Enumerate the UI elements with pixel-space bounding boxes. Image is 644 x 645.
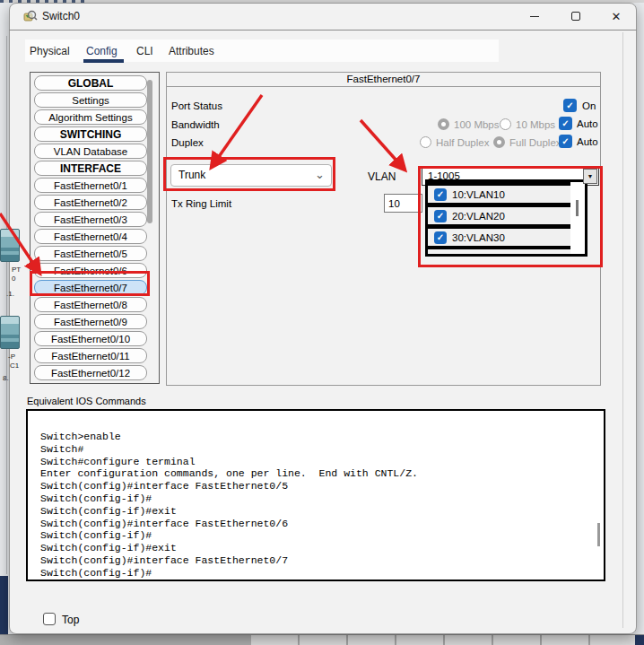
sidebar-item-fa0-4[interactable]: FastEthernet0/4 <box>34 229 147 244</box>
sidebar-scrollbar[interactable] <box>147 80 152 223</box>
top-checkbox[interactable] <box>43 613 56 625</box>
terminal-line: Switch(config-if)# <box>40 492 595 505</box>
port-status-label: Port Status <box>171 100 222 111</box>
sidebar-item-fa0-9[interactable]: FastEthernet0/9 <box>34 314 147 329</box>
background-taskbar-cells <box>251 635 635 645</box>
tx-ring-limit-label: Tx Ring Limit <box>171 198 231 209</box>
terminal-line: Switch(config)#interface FastEthernet0/5 <box>40 480 595 492</box>
bandwidth-label: Bandwidth <box>171 119 220 130</box>
tab-cli[interactable]: CLI <box>136 45 153 57</box>
terminal-line: Switch(config-if)# <box>40 529 595 542</box>
annotation-rect-fa0-7 <box>30 271 150 296</box>
terminal-line: Switch(config-if)# <box>40 567 595 580</box>
terminal-line: Switch(config)#interface FastEthernet0/7 <box>40 554 595 567</box>
bandwidth-auto-checkbox[interactable]: ✓ <box>559 117 572 130</box>
close-button[interactable]: ✕ <box>603 4 630 28</box>
bandwidth-auto-label: Auto <box>577 118 598 129</box>
tab-config[interactable]: Config <box>86 45 117 57</box>
duplex-auto-label: Auto <box>577 136 598 147</box>
port-status-on-checkbox[interactable]: ✓ <box>563 99 577 112</box>
sidebar-item-fa0-2[interactable]: FastEthernet0/2 <box>34 195 147 210</box>
ios-commands-terminal[interactable]: Switch>enable Switch# Switch#configure t… <box>26 409 605 581</box>
maximize-button[interactable] <box>562 4 589 28</box>
sidebar-item-vlan-database[interactable]: VLAN Database <box>34 144 147 159</box>
sidebar-item-fa0-1[interactable]: FastEthernet0/1 <box>34 178 147 193</box>
config-content-scrollbar[interactable] <box>622 32 623 628</box>
sidebar-item-global[interactable]: GLOBAL <box>34 75 147 91</box>
panel-header: FastEthernet0/7 <box>166 72 601 87</box>
active-tab-underline <box>83 59 124 63</box>
duplex-full-radio[interactable] <box>493 136 505 148</box>
background-device-label: 0 <box>12 275 15 283</box>
background-device-label: .1. <box>6 291 14 298</box>
sidebar-item-settings[interactable]: Settings <box>34 92 147 108</box>
annotation-rect-vlan <box>418 166 603 267</box>
close-icon: ✕ <box>612 11 622 22</box>
background-device-label: 8. <box>3 375 9 382</box>
terminal-line: Switch#configure terminal <box>40 456 595 468</box>
terminal-line: Switch(config-if)#exit <box>40 505 595 518</box>
bandwidth-10mbps-label: 10 Mbps <box>516 119 555 130</box>
window-title: Switch0 <box>42 10 80 22</box>
minimize-icon <box>530 16 539 17</box>
minimize-button[interactable] <box>521 4 548 28</box>
duplex-full-label: Full Duplex <box>509 137 561 148</box>
background-left-line <box>6 36 7 574</box>
top-checkbox-label: Top <box>62 614 79 626</box>
background-switch-icon <box>0 316 20 349</box>
background-device-label: PT <box>12 266 21 274</box>
terminal-line: Switch# <box>40 443 595 456</box>
terminal-line: Switch>enable <box>40 431 595 443</box>
background-taskbar-corner <box>635 635 644 645</box>
background-device-label: -P <box>8 353 15 361</box>
sidebar-item-fa0-10[interactable]: FastEthernet0/10 <box>34 331 147 346</box>
terminal-line: Switch(config-if)#exit <box>40 542 595 554</box>
packet-tracer-magnifier-icon <box>23 9 38 23</box>
titlebar-separator <box>9 30 637 31</box>
sidebar-item-switching[interactable]: SWITCHING <box>34 126 147 142</box>
bandwidth-10mbps-radio[interactable] <box>500 118 511 130</box>
sidebar-item-fa0-12[interactable]: FastEthernet0/12 <box>34 365 147 380</box>
background-device-label: C1 <box>10 362 19 370</box>
sidebar-item-fa0-8[interactable]: FastEthernet0/8 <box>34 297 147 312</box>
annotation-rect-trunk <box>163 157 335 191</box>
screen: Switch0 ✕ Physical Config CLI Attributes… <box>0 0 644 645</box>
background-switch-icon <box>0 229 20 262</box>
port-status-on-label: On <box>582 100 596 111</box>
sidebar-item-algorithm-settings[interactable]: Algorithm Settings <box>34 109 147 125</box>
config-sidebar: GLOBAL Settings Algorithm Settings SWITC… <box>30 72 160 384</box>
duplex-half-label: Half Duplex <box>436 137 489 148</box>
bandwidth-100mbps-radio[interactable] <box>438 118 449 130</box>
sidebar-item-fa0-11[interactable]: FastEthernet0/11 <box>34 348 147 363</box>
terminal-line: Switch(config)#interface FastEthernet0/6 <box>40 518 595 530</box>
duplex-half-radio[interactable] <box>420 136 431 148</box>
ios-commands-label: Equivalent IOS Commands <box>27 396 146 406</box>
tab-attributes[interactable]: Attributes <box>169 45 214 57</box>
bandwidth-100mbps-label: 100 Mbps <box>454 119 500 130</box>
terminal-scrollbar-thumb[interactable] <box>597 523 600 546</box>
sidebar-item-interface[interactable]: INTERFACE <box>34 161 147 176</box>
duplex-auto-checkbox[interactable]: ✓ <box>559 135 572 148</box>
sidebar-item-fa0-5[interactable]: FastEthernet0/5 <box>34 246 147 261</box>
tab-physical[interactable]: Physical <box>30 45 70 57</box>
maximize-icon <box>571 12 580 21</box>
sidebar-item-fa0-3[interactable]: FastEthernet0/3 <box>34 212 147 227</box>
vlan-label: VLAN <box>368 170 396 183</box>
duplex-label: Duplex <box>171 137 204 148</box>
terminal-line: Enter configuration commands, one per li… <box>40 467 595 480</box>
tx-ring-limit-input[interactable] <box>384 194 422 213</box>
